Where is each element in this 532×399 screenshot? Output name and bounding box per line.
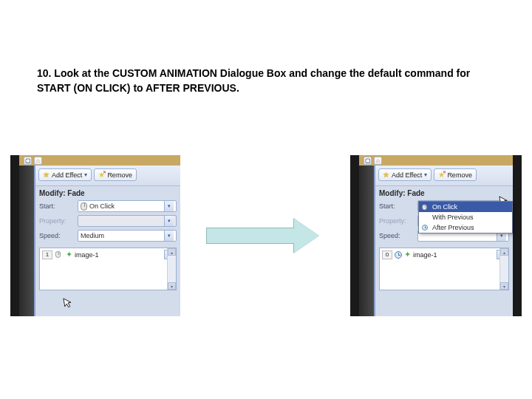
dropdown-caret-icon: ▾ bbox=[424, 171, 427, 178]
star-add-icon: ★ bbox=[383, 171, 389, 179]
sequence-badge: 1 bbox=[42, 250, 52, 259]
star-remove-icon: ★ bbox=[438, 171, 445, 179]
mouse-icon bbox=[422, 205, 426, 211]
scroll-down-button[interactable]: ▾ bbox=[500, 282, 508, 290]
star-remove-icon: ★ bbox=[98, 171, 105, 179]
effect-star-icon: ✦ bbox=[66, 250, 72, 259]
property-label: Property: bbox=[39, 217, 75, 225]
arrow-right-icon bbox=[206, 217, 324, 254]
titlebar-icon-1: ▢ bbox=[364, 157, 372, 165]
dropdown-option-afterprevious[interactable]: After Previous bbox=[419, 222, 512, 233]
dropdown-option-withprevious[interactable]: With Previous bbox=[419, 212, 512, 222]
mouse-icon bbox=[81, 202, 87, 211]
mouse-icon bbox=[55, 251, 61, 258]
dropdown-option-onclick[interactable]: On Click bbox=[419, 202, 512, 212]
property-label: Property: bbox=[379, 217, 415, 225]
list-item[interactable]: 1 ✦ image-1 ▾ bbox=[40, 248, 176, 261]
cursor-icon bbox=[63, 296, 74, 310]
titlebar-icon-2: ⌂ bbox=[34, 157, 42, 165]
scrollbar[interactable]: ▴ ▾ bbox=[499, 248, 508, 290]
remove-button[interactable]: ★ Remove bbox=[94, 168, 137, 181]
chevron-down-icon[interactable]: ▾ bbox=[164, 201, 174, 211]
titlebar-icon-2: ⌂ bbox=[374, 157, 382, 165]
custom-animation-pane-before: ★ Add Effect ▾ ★ Remove Modify: Fade Sta… bbox=[34, 166, 180, 316]
start-select[interactable]: On Click ▾ bbox=[78, 200, 177, 212]
start-dropdown-open[interactable]: On Click With Previous After Previous bbox=[418, 201, 513, 233]
list-item-name: image-1 bbox=[75, 251, 99, 259]
start-value: On Click bbox=[89, 202, 115, 210]
titlebar-icon-1: ▢ bbox=[24, 157, 32, 165]
screenshot-after: ▢ ⌂ ★ Add Effect ▾ ★ Remove Modify: Fade… bbox=[350, 155, 522, 316]
star-add-icon: ★ bbox=[43, 171, 50, 179]
start-label: Start: bbox=[379, 202, 415, 210]
remove-label: Remove bbox=[447, 171, 472, 179]
add-effect-button[interactable]: ★ Add Effect ▾ bbox=[38, 168, 92, 181]
speed-value: Medium bbox=[81, 232, 104, 239]
scrollbar[interactable]: ▴ ▾ bbox=[167, 248, 176, 290]
instruction-text: 10. Look at the CUSTOM ANIMATION Dialogu… bbox=[37, 66, 495, 95]
custom-animation-pane-after: ★ Add Effect ▾ ★ Remove Modify: Fade Sta… bbox=[374, 166, 513, 316]
scroll-up-button[interactable]: ▴ bbox=[500, 248, 508, 256]
effect-star-icon: ✦ bbox=[404, 250, 411, 259]
screenshot-before: ▢ ⌂ ★ Add Effect ▾ ★ Remove Modify: Fade… bbox=[10, 155, 180, 316]
speed-label: Speed: bbox=[39, 232, 75, 239]
animation-list[interactable]: 0 ✦ image-1 ▾ ▴ ▾ bbox=[379, 248, 509, 290]
list-item-name: image-1 bbox=[413, 251, 437, 259]
sequence-badge: 0 bbox=[382, 250, 392, 259]
property-select: ▾ bbox=[78, 215, 177, 227]
speed-label: Speed: bbox=[379, 232, 415, 239]
add-effect-label: Add Effect bbox=[52, 171, 82, 179]
dropdown-caret-icon: ▾ bbox=[84, 171, 87, 178]
add-effect-button[interactable]: ★ Add Effect ▾ bbox=[378, 168, 432, 181]
scroll-down-button[interactable]: ▾ bbox=[168, 282, 176, 290]
clock-icon bbox=[422, 225, 428, 231]
speed-select[interactable]: Medium ▾ bbox=[78, 230, 177, 242]
modify-title: Modify: Fade bbox=[375, 186, 513, 199]
remove-label: Remove bbox=[107, 171, 132, 179]
animation-list[interactable]: 1 ✦ image-1 ▾ ▴ ▾ bbox=[39, 248, 177, 290]
add-effect-label: Add Effect bbox=[392, 171, 422, 179]
modify-title: Modify: Fade bbox=[35, 186, 180, 199]
chevron-down-icon[interactable]: ▾ bbox=[164, 231, 174, 241]
list-item[interactable]: 0 ✦ image-1 ▾ bbox=[380, 248, 508, 261]
chevron-down-icon: ▾ bbox=[164, 216, 174, 226]
start-label: Start: bbox=[39, 202, 75, 210]
clock-icon bbox=[395, 251, 402, 259]
scroll-up-button[interactable]: ▴ bbox=[168, 248, 176, 256]
remove-button[interactable]: ★ Remove bbox=[434, 168, 477, 181]
